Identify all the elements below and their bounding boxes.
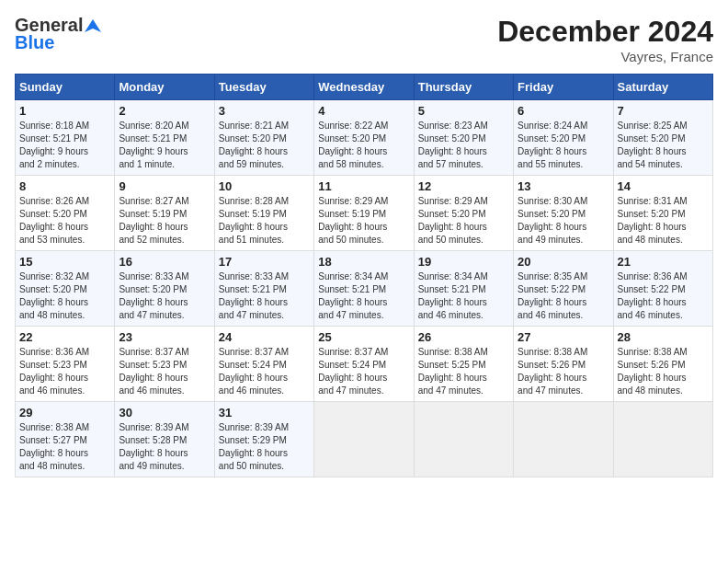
day-info: Sunrise: 8:20 AM Sunset: 5:21 PM Dayligh… xyxy=(119,120,210,171)
svg-marker-0 xyxy=(85,19,101,32)
calendar-cell: 11Sunrise: 8:29 AM Sunset: 5:19 PM Dayli… xyxy=(314,176,414,251)
calendar-cell: 5Sunrise: 8:23 AM Sunset: 5:20 PM Daylig… xyxy=(414,100,513,176)
day-info: Sunrise: 8:32 AM Sunset: 5:20 PM Dayligh… xyxy=(19,270,110,322)
day-info: Sunrise: 8:34 AM Sunset: 5:21 PM Dayligh… xyxy=(318,270,409,322)
calendar-cell: 7Sunrise: 8:25 AM Sunset: 5:20 PM Daylig… xyxy=(613,100,712,176)
calendar-cell: 3Sunrise: 8:21 AM Sunset: 5:20 PM Daylig… xyxy=(214,100,313,176)
day-number: 22 xyxy=(19,330,110,344)
calendar-cell: 22Sunrise: 8:36 AM Sunset: 5:23 PM Dayli… xyxy=(16,327,115,402)
calendar-cell: 31Sunrise: 8:39 AM Sunset: 5:29 PM Dayli… xyxy=(214,402,313,477)
day-info: Sunrise: 8:38 AM Sunset: 5:25 PM Dayligh… xyxy=(418,346,509,397)
day-number: 20 xyxy=(518,255,609,269)
header-row: Sunday Monday Tuesday Wednesday Thursday… xyxy=(16,75,713,100)
calendar-cell: 10Sunrise: 8:28 AM Sunset: 5:19 PM Dayli… xyxy=(214,176,313,251)
calendar-cell: 18Sunrise: 8:34 AM Sunset: 5:21 PM Dayli… xyxy=(314,251,414,327)
day-info: Sunrise: 8:29 AM Sunset: 5:19 PM Dayligh… xyxy=(318,195,409,247)
calendar-cell: 26Sunrise: 8:38 AM Sunset: 5:25 PM Dayli… xyxy=(414,327,513,402)
day-number: 24 xyxy=(219,330,310,344)
day-number: 17 xyxy=(219,255,310,269)
day-info: Sunrise: 8:37 AM Sunset: 5:24 PM Dayligh… xyxy=(219,346,310,397)
calendar-cell: 29Sunrise: 8:38 AM Sunset: 5:27 PM Dayli… xyxy=(16,402,115,477)
day-number: 11 xyxy=(318,179,409,193)
day-info: Sunrise: 8:37 AM Sunset: 5:23 PM Dayligh… xyxy=(119,346,210,397)
calendar-cell: 9Sunrise: 8:27 AM Sunset: 5:19 PM Daylig… xyxy=(115,176,214,251)
day-number: 26 xyxy=(418,330,509,344)
calendar-cell: 6Sunrise: 8:24 AM Sunset: 5:20 PM Daylig… xyxy=(514,100,613,176)
logo: General Blue xyxy=(15,15,101,53)
calendar-table: Sunday Monday Tuesday Wednesday Thursday… xyxy=(15,74,713,477)
day-info: Sunrise: 8:33 AM Sunset: 5:21 PM Dayligh… xyxy=(219,270,310,322)
day-number: 29 xyxy=(19,406,110,419)
day-info: Sunrise: 8:36 AM Sunset: 5:22 PM Dayligh… xyxy=(618,270,709,322)
calendar-cell: 17Sunrise: 8:33 AM Sunset: 5:21 PM Dayli… xyxy=(214,251,313,327)
calendar-cell xyxy=(514,402,613,477)
col-wed: Wednesday xyxy=(314,75,414,100)
calendar-cell: 1Sunrise: 8:18 AM Sunset: 5:21 PM Daylig… xyxy=(16,100,115,176)
calendar-cell: 13Sunrise: 8:30 AM Sunset: 5:20 PM Dayli… xyxy=(514,176,613,251)
calendar-week-2: 8Sunrise: 8:26 AM Sunset: 5:20 PM Daylig… xyxy=(16,176,713,251)
day-number: 12 xyxy=(418,179,509,193)
day-number: 4 xyxy=(318,104,409,118)
day-number: 15 xyxy=(19,255,110,269)
day-info: Sunrise: 8:39 AM Sunset: 5:29 PM Dayligh… xyxy=(219,421,310,473)
calendar-cell: 14Sunrise: 8:31 AM Sunset: 5:20 PM Dayli… xyxy=(613,176,712,251)
calendar-cell: 30Sunrise: 8:39 AM Sunset: 5:28 PM Dayli… xyxy=(115,402,214,477)
day-info: Sunrise: 8:37 AM Sunset: 5:24 PM Dayligh… xyxy=(318,346,409,397)
day-number: 14 xyxy=(618,179,709,193)
day-number: 2 xyxy=(119,104,210,118)
calendar-week-3: 15Sunrise: 8:32 AM Sunset: 5:20 PM Dayli… xyxy=(16,251,713,327)
day-info: Sunrise: 8:25 AM Sunset: 5:20 PM Dayligh… xyxy=(618,120,709,171)
day-info: Sunrise: 8:36 AM Sunset: 5:23 PM Dayligh… xyxy=(19,346,110,397)
day-info: Sunrise: 8:31 AM Sunset: 5:20 PM Dayligh… xyxy=(618,195,709,247)
calendar-cell: 28Sunrise: 8:38 AM Sunset: 5:26 PM Dayli… xyxy=(613,327,712,402)
col-mon: Monday xyxy=(115,75,214,100)
day-number: 28 xyxy=(618,330,709,344)
logo-blue: Blue xyxy=(15,32,54,53)
day-number: 10 xyxy=(219,179,310,193)
day-info: Sunrise: 8:38 AM Sunset: 5:26 PM Dayligh… xyxy=(618,346,709,397)
calendar-cell: 24Sunrise: 8:37 AM Sunset: 5:24 PM Dayli… xyxy=(214,327,313,402)
calendar-cell: 8Sunrise: 8:26 AM Sunset: 5:20 PM Daylig… xyxy=(16,176,115,251)
location-subtitle: Vayres, France xyxy=(497,49,713,64)
calendar-cell: 2Sunrise: 8:20 AM Sunset: 5:21 PM Daylig… xyxy=(115,100,214,176)
title-block: December 2024 Vayres, France xyxy=(497,15,713,64)
calendar-week-5: 29Sunrise: 8:38 AM Sunset: 5:27 PM Dayli… xyxy=(16,402,713,477)
calendar-cell: 25Sunrise: 8:37 AM Sunset: 5:24 PM Dayli… xyxy=(314,327,414,402)
day-number: 5 xyxy=(418,104,509,118)
day-number: 9 xyxy=(119,179,210,193)
day-number: 8 xyxy=(19,179,110,193)
calendar-cell: 15Sunrise: 8:32 AM Sunset: 5:20 PM Dayli… xyxy=(16,251,115,327)
day-number: 18 xyxy=(318,255,409,269)
day-info: Sunrise: 8:28 AM Sunset: 5:19 PM Dayligh… xyxy=(219,195,310,247)
day-info: Sunrise: 8:38 AM Sunset: 5:26 PM Dayligh… xyxy=(518,346,609,397)
calendar-cell: 12Sunrise: 8:29 AM Sunset: 5:20 PM Dayli… xyxy=(414,176,513,251)
day-number: 25 xyxy=(318,330,409,344)
day-info: Sunrise: 8:29 AM Sunset: 5:20 PM Dayligh… xyxy=(418,195,509,247)
col-thu: Thursday xyxy=(414,75,513,100)
page-header: General Blue December 2024 Vayres, Franc… xyxy=(15,15,713,64)
day-info: Sunrise: 8:22 AM Sunset: 5:20 PM Dayligh… xyxy=(318,120,409,171)
calendar-cell: 27Sunrise: 8:38 AM Sunset: 5:26 PM Dayli… xyxy=(514,327,613,402)
day-info: Sunrise: 8:38 AM Sunset: 5:27 PM Dayligh… xyxy=(19,421,110,473)
day-info: Sunrise: 8:27 AM Sunset: 5:19 PM Dayligh… xyxy=(119,195,210,247)
day-info: Sunrise: 8:24 AM Sunset: 5:20 PM Dayligh… xyxy=(518,120,609,171)
day-info: Sunrise: 8:33 AM Sunset: 5:20 PM Dayligh… xyxy=(119,270,210,322)
day-info: Sunrise: 8:35 AM Sunset: 5:22 PM Dayligh… xyxy=(518,270,609,322)
col-sun: Sunday xyxy=(16,75,115,100)
day-info: Sunrise: 8:21 AM Sunset: 5:20 PM Dayligh… xyxy=(219,120,310,171)
calendar-cell: 19Sunrise: 8:34 AM Sunset: 5:21 PM Dayli… xyxy=(414,251,513,327)
day-number: 6 xyxy=(518,104,609,118)
day-number: 16 xyxy=(119,255,210,269)
day-number: 21 xyxy=(618,255,709,269)
day-info: Sunrise: 8:39 AM Sunset: 5:28 PM Dayligh… xyxy=(119,421,210,473)
day-number: 19 xyxy=(418,255,509,269)
day-info: Sunrise: 8:34 AM Sunset: 5:21 PM Dayligh… xyxy=(418,270,509,322)
day-info: Sunrise: 8:18 AM Sunset: 5:21 PM Dayligh… xyxy=(19,120,110,171)
calendar-cell: 23Sunrise: 8:37 AM Sunset: 5:23 PM Dayli… xyxy=(115,327,214,402)
col-tue: Tuesday xyxy=(214,75,313,100)
day-number: 30 xyxy=(119,406,210,419)
col-sat: Saturday xyxy=(613,75,712,100)
day-number: 31 xyxy=(219,406,310,419)
day-number: 23 xyxy=(119,330,210,344)
day-number: 3 xyxy=(219,104,310,118)
